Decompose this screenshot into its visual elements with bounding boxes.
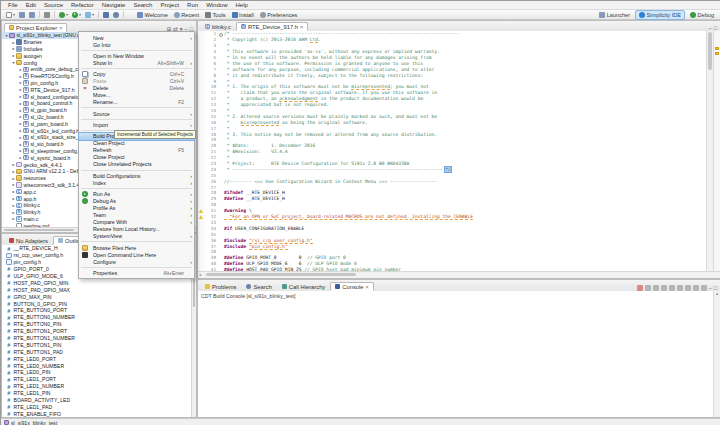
outline-item-button-0-gpio-pin[interactable]: #BUTTON_0_GPIO_PIN [2,300,192,307]
menu-item-copy[interactable]: CopyCtrl+C [79,71,194,78]
menu-navigate[interactable]: Navigate [98,2,130,8]
outline-item-rte-led0-port[interactable]: #RTE_LED0_PORT [2,355,192,362]
menu-item-compare-with[interactable]: Compare With› [79,219,194,226]
outline-item-rte-button1-port[interactable]: #RTE_BUTTON1_PORT [2,328,192,335]
outline-item-host-pad-gpio-max[interactable]: #HOST_PAD_GPIO_MAX [2,286,192,293]
new-wizard-button[interactable]: ▾ [5,11,16,19]
save-all-button[interactable] [28,11,36,19]
outline-item-rte-led1-port[interactable]: #RTE_LED1_PORT [2,376,192,383]
menu-item-import[interactable]: Import› [79,122,194,129]
menu-item-show-in[interactable]: Show InAlt+Shift+W› [79,59,194,66]
scroll-left-icon[interactable]: ◂ [199,272,201,277]
view-tab-search[interactable]: Search [241,282,276,291]
profile-button[interactable]: ▾ [84,11,95,19]
menu-item-team[interactable]: Team› [79,212,194,219]
menu-item-source[interactable]: Source› [79,110,194,117]
menu-refactor[interactable]: Refactor [67,2,98,8]
menu-item-refresh[interactable]: RefreshF5 [79,147,194,154]
menu-source[interactable]: Source [40,2,67,8]
menu-item-browse-files-here[interactable]: Browse Files Here [79,244,194,251]
menu-window[interactable]: Window [202,2,231,8]
menu-item-close-project[interactable]: Close Project [79,154,194,161]
outline-item-rte-led1-pin[interactable]: #RTE_LED1_PIN [2,390,192,397]
perspective-debug[interactable]: Debug [687,11,717,19]
outline-item-rte-led0-number[interactable]: #RTE_LED0_NUMBER [2,362,192,369]
fold-collapse-icon[interactable]: − [219,33,223,37]
menu-item-systemview[interactable]: SystemView› [79,233,194,240]
build-button[interactable] [43,11,51,19]
tab-project-explorer[interactable]: Project Explorer × [4,23,67,32]
menu-item-rename[interactable]: Rename...F2 [79,99,194,106]
view-tab-no-adapters[interactable]: No Adapters [4,236,53,245]
welcome-button[interactable]: Welcome [137,12,168,18]
includes-icon [16,46,22,52]
save-button[interactable] [18,11,26,19]
install-button[interactable]: Install [232,12,254,18]
menu-item-open-in-new-window[interactable]: Open in New Window [79,52,194,59]
outline-item-rte-led1-pad[interactable]: #RTE_LED1_PAD [2,403,192,410]
console-vscrollbar[interactable]: ▲ [713,291,720,417]
menu-item-go-into[interactable]: Go Into [79,41,194,48]
view-tab-call-hierarchy[interactable]: Call Hierarchy [277,282,330,291]
console-output[interactable]: CDT Build Console [sl_si91x_blinky_test] [198,291,720,417]
menu-file[interactable]: File [4,2,22,8]
menu-item-move[interactable]: Move... [79,92,194,99]
close-icon[interactable]: × [300,24,303,30]
close-icon[interactable]: × [366,284,369,290]
menu-item-close-unrelated-projects[interactable]: Close Unrelated Projects [79,161,194,168]
menu-item-configure[interactable]: Configure› [79,258,194,265]
menu-item-clean-project[interactable]: Clean Project [79,140,194,147]
editor-tab-rte-device-917-h[interactable]: hRTE_Device_917.h× [236,22,308,31]
menu-item-delete[interactable]: ×DeleteDelete [79,85,194,92]
tools-label: Tools [213,12,226,18]
editor-tab-blinky-c[interactable]: cblinky.c [200,22,236,31]
outline-item-rte-button1-number[interactable]: #RTE_BUTTON1_NUMBER [2,335,192,342]
run-button[interactable]: ▾ [71,11,82,19]
outline-item-rte-button0-pin[interactable]: #RTE_BUTTON0_PIN [2,321,192,328]
outline-item-board-activity-led[interactable]: #BOARD_ACTIVITY_LED [2,397,192,404]
menu-item-paste[interactable]: PasteCtrl+V [79,78,194,85]
menu-separator [81,119,192,120]
overview-ruler[interactable] [713,31,720,272]
menu-search[interactable]: Search [129,2,156,8]
menu-item-debug-as[interactable]: Debug As› [79,198,194,205]
outline-item-rte-led1-number[interactable]: #RTE_LED1_NUMBER [2,383,192,390]
outline-item-host-pad-gpio-min[interactable]: #HOST_PAD_GPIO_MIN [2,279,192,286]
warning-marker[interactable] [715,52,719,55]
warning-marker[interactable] [715,47,719,50]
menu-item-index[interactable]: Index› [79,179,194,186]
outline-item-rte-button1-pin[interactable]: #RTE_BUTTON1_PIN [2,341,192,348]
menu-item-new[interactable]: New› [79,34,194,41]
binaries-icon [16,39,22,45]
search-button[interactable] [112,11,120,19]
recent-button[interactable]: Recent [174,12,199,18]
editor-hscrollbar[interactable]: ◂ [198,271,720,278]
outline-item-rte-button0-number[interactable]: #RTE_BUTTON0_NUMBER [2,314,192,321]
menu-item-properties[interactable]: PropertiesAlt+Enter [79,269,194,276]
perspective-simplicity-ide[interactable]: Simplicity IDE [635,10,685,20]
outline-item-rte-enable-fifo[interactable]: #RTE_ENABLE_FIFO [2,410,192,417]
view-tab-console[interactable]: Console× [330,282,374,291]
code-editor[interactable]: 1−/* -----------------------------------… [198,31,720,272]
menu-item-build-configurations[interactable]: Build Configurations› [79,172,194,179]
menu-run[interactable]: Run [183,2,202,8]
menu-item-open-command-line-here[interactable]: Open Command Line Here [79,251,194,258]
menu-item-run-as[interactable]: Run As› [79,191,194,198]
tools-button[interactable]: Tools [205,12,226,18]
menu-item-profile-as[interactable]: Profile As› [79,205,194,212]
outline-item-rte-button0-port[interactable]: #RTE_BUTTON0_PORT [2,307,192,314]
outline-item-rte-button1-pad[interactable]: #RTE_BUTTON1_PAD [2,348,192,355]
outline-item-rte-led0-pin[interactable]: #RTE_LED0_PIN [2,369,192,376]
menu-project[interactable]: Project [156,2,183,8]
menu-edit[interactable]: Edit [22,2,40,8]
menu-item-restore-from-local-history[interactable]: Restore from Local History... [79,226,194,233]
view-tab-problems[interactable]: Problems [200,282,241,291]
perspective-launcher[interactable]: Launcher [596,11,633,19]
flash-programmer-button[interactable] [102,11,110,19]
debug-button[interactable]: ▾ [58,11,69,19]
preferences-button[interactable]: Preferences [260,12,298,18]
outline-item-gpio-max-pin[interactable]: #GPIO_MAX_PIN [2,293,192,300]
close-icon[interactable]: × [59,25,62,31]
menu-help[interactable]: Help [231,2,251,8]
line-number: 12 [205,96,217,101]
